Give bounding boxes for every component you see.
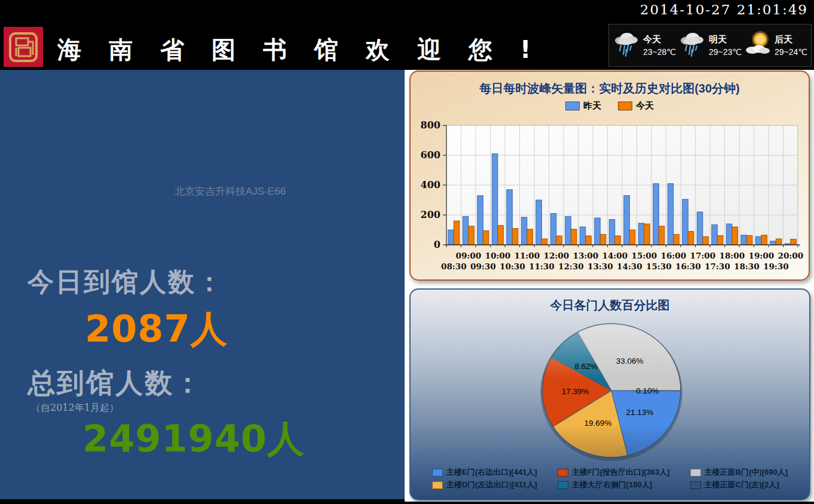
weather-day-label: 后天 bbox=[775, 34, 807, 45]
weather-day-label: 今天 bbox=[643, 34, 676, 45]
svg-text:200: 200 bbox=[421, 209, 440, 220]
total-visitors-value: 2491940人 bbox=[82, 414, 305, 464]
seal-glyph-icon bbox=[8, 31, 38, 63]
weather-panel: 今天 23~28℃ 明天 29~23℃ 后天 29~24℃ bbox=[608, 24, 812, 67]
legend-swatch bbox=[558, 469, 568, 477]
svg-text:19:30: 19:30 bbox=[763, 262, 789, 271]
legend-swatch bbox=[558, 481, 568, 489]
svg-text:0.10%: 0.10% bbox=[636, 386, 659, 395]
pie-legend-item: 主楼正面C门(左)[2人] bbox=[690, 480, 788, 490]
visitor-stats-panel: 北京安吉升科技AJS-E66 今日到馆人数： 2087人 总到馆人数： （自20… bbox=[0, 70, 405, 499]
weather-temp: 29~23℃ bbox=[709, 47, 742, 57]
pie-legend: 主楼E门(右边出口)[441人] 主楼F门(报告厅出口)[363人] 主楼正面B… bbox=[411, 467, 809, 490]
svg-text:08:30: 08:30 bbox=[441, 262, 467, 271]
welcome-title: 海南省图书馆欢迎您! bbox=[57, 33, 558, 66]
pie-legend-item: 主楼D门(左边出口)[411人] bbox=[432, 480, 537, 490]
bar-chart-title: 每日每时波峰矢量图：实时及历史对比图(30分钟) bbox=[411, 81, 809, 97]
svg-text:16:00: 16:00 bbox=[661, 251, 687, 260]
svg-text:09:00: 09:00 bbox=[456, 251, 482, 260]
weather-item: 后天 29~24℃ bbox=[744, 30, 807, 60]
vendor-text: 北京安吉升科技AJS-E66 bbox=[175, 185, 286, 198]
today-visitors-label: 今日到馆人数： bbox=[27, 265, 224, 300]
today-visitors-value: 2087人 bbox=[85, 304, 228, 354]
weather-item: 明天 29~23℃ bbox=[678, 30, 742, 60]
svg-text:400: 400 bbox=[421, 179, 440, 190]
svg-text:17:00: 17:00 bbox=[690, 251, 716, 260]
svg-text:0: 0 bbox=[434, 239, 440, 250]
svg-text:10:30: 10:30 bbox=[500, 262, 525, 271]
pie-legend-label: 主楼正面C门(左)[2人] bbox=[705, 480, 779, 490]
legend-swatch bbox=[690, 481, 701, 489]
legend-swatch bbox=[618, 102, 632, 110]
pie-legend-item: 主楼大厅右侧门[180人] bbox=[558, 480, 670, 490]
pie-legend-item: 主楼正面B门(中)[690人] bbox=[690, 467, 788, 478]
pie-chart: 0.10%21.13%19.69%17.39%8.62%33.06% bbox=[510, 312, 713, 463]
svg-text:11:00: 11:00 bbox=[515, 251, 540, 260]
legend-swatch bbox=[690, 469, 701, 477]
svg-text:14:00: 14:00 bbox=[602, 251, 628, 260]
pie-legend-label: 主楼F门(报告厅出口)[363人] bbox=[572, 467, 670, 478]
legend-label: 今天 bbox=[636, 100, 654, 112]
svg-text:12:30: 12:30 bbox=[558, 262, 584, 271]
bar-chart: 020040060080008:3009:0009:3010:0010:3011… bbox=[418, 117, 804, 277]
legend-label: 昨天 bbox=[583, 100, 601, 112]
svg-text:17:30: 17:30 bbox=[705, 262, 730, 271]
svg-text:12:00: 12:00 bbox=[544, 251, 570, 260]
pie-legend-item: 主楼E门(右边出口)[441人] bbox=[432, 467, 537, 478]
svg-text:17.39%: 17.39% bbox=[562, 387, 589, 396]
hourly-comparison-chart-panel: 每日每时波峰矢量图：实时及历史对比图(30分钟) 昨天 今天 020040060… bbox=[409, 70, 810, 281]
svg-text:09:30: 09:30 bbox=[470, 262, 496, 271]
svg-text:18:00: 18:00 bbox=[720, 251, 745, 260]
svg-text:13:30: 13:30 bbox=[587, 262, 613, 271]
pie-legend-label: 主楼E门(右边出口)[441人] bbox=[446, 467, 537, 478]
svg-text:16:30: 16:30 bbox=[675, 262, 701, 271]
legend-swatch bbox=[432, 469, 443, 477]
total-visitors-label: 总到馆人数： bbox=[27, 365, 203, 402]
svg-text:18:30: 18:30 bbox=[734, 262, 760, 271]
legend-swatch bbox=[432, 481, 443, 489]
library-logo bbox=[4, 27, 43, 67]
pie-legend-label: 主楼大厅右侧门[180人] bbox=[572, 480, 652, 490]
datetime-display: 2014-10-27 21:01:49 bbox=[640, 2, 808, 17]
weather-day-label: 明天 bbox=[709, 34, 742, 45]
svg-text:8.62%: 8.62% bbox=[575, 362, 598, 371]
door-percentage-panel: 今日各门人数百分比图 0.10%21.13%19.69%17.39%8.62%3… bbox=[409, 288, 810, 500]
bar-chart-legend: 昨天 今天 bbox=[411, 100, 809, 112]
svg-text:10:00: 10:00 bbox=[485, 251, 511, 260]
legend-swatch bbox=[565, 102, 580, 110]
sun-cloud-icon bbox=[744, 30, 772, 60]
legend-item-today: 今天 bbox=[618, 100, 654, 112]
legend-item-yesterday: 昨天 bbox=[565, 100, 601, 112]
rain-icon bbox=[613, 30, 640, 60]
svg-text:20:00: 20:00 bbox=[778, 251, 804, 260]
weather-item: 今天 23~28℃ bbox=[613, 30, 676, 60]
svg-text:600: 600 bbox=[421, 149, 440, 161]
svg-text:13:00: 13:00 bbox=[573, 251, 599, 260]
svg-text:33.06%: 33.06% bbox=[616, 357, 644, 365]
svg-text:21.13%: 21.13% bbox=[626, 408, 653, 417]
pie-legend-label: 主楼正面B门(中)[690人] bbox=[705, 467, 788, 478]
svg-text:15:30: 15:30 bbox=[646, 262, 672, 271]
pie-legend-item: 主楼F门(报告厅出口)[363人] bbox=[558, 467, 670, 478]
svg-text:19:00: 19:00 bbox=[749, 251, 775, 260]
pie-legend-label: 主楼D门(左边出口)[411人] bbox=[446, 480, 537, 490]
svg-text:19.69%: 19.69% bbox=[585, 419, 612, 428]
pie-chart-title: 今日各门人数百分比图 bbox=[411, 297, 809, 314]
svg-text:14:30: 14:30 bbox=[617, 262, 642, 271]
svg-text:15:00: 15:00 bbox=[632, 251, 657, 260]
rain-icon bbox=[678, 30, 706, 60]
svg-text:11:30: 11:30 bbox=[529, 262, 555, 271]
svg-text:800: 800 bbox=[421, 119, 440, 131]
weather-temp: 23~28℃ bbox=[643, 47, 676, 57]
weather-temp: 29~24℃ bbox=[775, 47, 807, 57]
total-visitors-note: （自2012年1月起） bbox=[31, 402, 119, 414]
